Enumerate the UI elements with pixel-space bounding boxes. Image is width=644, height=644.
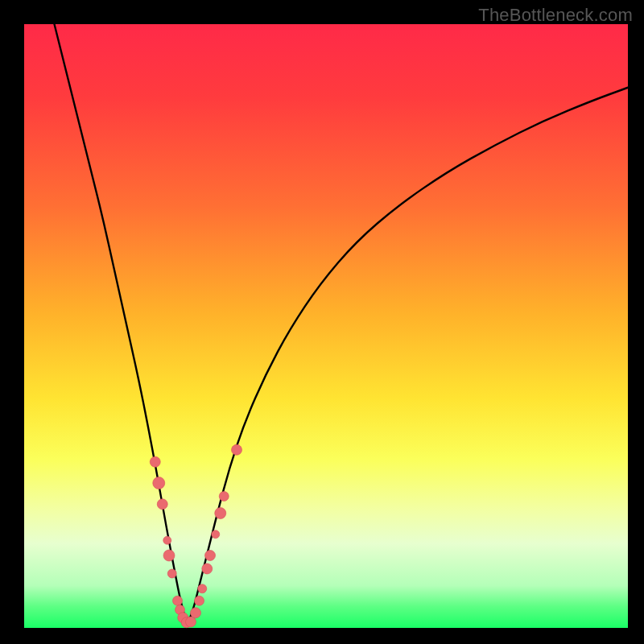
data-dot <box>150 456 160 467</box>
data-dot <box>163 536 171 544</box>
data-dot <box>186 617 196 627</box>
data-dot <box>212 530 220 539</box>
chart-frame: TheBottleneck.com <box>0 0 644 644</box>
data-dot <box>202 564 213 574</box>
data-dot <box>157 499 167 510</box>
data-dot <box>219 492 229 502</box>
bottleneck-chart <box>0 0 644 644</box>
data-dot <box>198 584 207 593</box>
data-dot <box>167 569 176 578</box>
watermark: TheBottleneck.com <box>478 5 633 26</box>
data-dot <box>163 550 175 561</box>
data-dot <box>191 608 201 618</box>
plot-background <box>24 24 628 628</box>
data-dot <box>195 596 204 605</box>
data-dot <box>232 444 242 455</box>
data-dot <box>153 477 165 489</box>
data-dot <box>173 596 183 605</box>
data-dot <box>205 551 216 561</box>
data-dot <box>215 508 226 519</box>
